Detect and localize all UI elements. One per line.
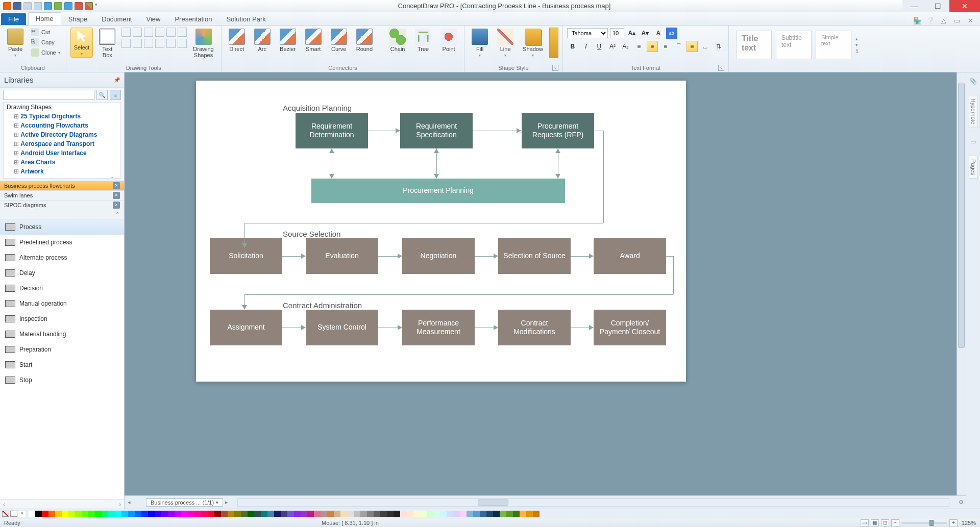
connector[interactable] (571, 328, 589, 328)
library-tree[interactable]: Drawing Shapes 25 Typical OrgchartsAccou… (3, 102, 121, 179)
save-icon[interactable] (13, 2, 21, 10)
collapse-ribbon-icon[interactable]: △ (939, 16, 948, 25)
color-swatch[interactable] (35, 511, 42, 517)
close-tab-icon[interactable]: × (113, 182, 120, 189)
close-doc-icon[interactable]: ✕ (966, 16, 975, 25)
tree-root[interactable]: Drawing Shapes (4, 103, 120, 112)
font-name-select[interactable]: Tahoma (567, 28, 608, 38)
color-swatch[interactable] (460, 511, 467, 517)
color-swatch[interactable] (427, 511, 433, 517)
shape-list-item[interactable]: Preparation (0, 342, 124, 357)
diagram-box-req-det[interactable]: Requirement Determination (296, 113, 368, 148)
connector[interactable] (378, 328, 398, 328)
connector[interactable] (244, 294, 673, 295)
undo-icon[interactable] (23, 2, 32, 10)
diagram-box-req-spec[interactable]: Requirement Specification (400, 113, 473, 148)
color-swatch[interactable] (440, 511, 447, 517)
color-swatch[interactable] (480, 511, 486, 517)
diagram-box-negot[interactable]: Negotiation (402, 238, 475, 274)
shape-list-item[interactable]: Start (0, 357, 124, 372)
zoom-out-button[interactable]: − (891, 519, 899, 526)
color-swatch[interactable] (228, 511, 234, 517)
connector[interactable] (475, 328, 494, 328)
textbox-button[interactable]: Text Box (96, 28, 118, 59)
color-swatch[interactable] (68, 511, 75, 517)
diagram-box-mods[interactable]: Contract Modifications (498, 310, 571, 345)
color-swatch[interactable] (340, 511, 347, 517)
align-top-button[interactable]: ⎴ (673, 41, 684, 52)
title-text-style[interactable]: Title text (736, 31, 772, 59)
color-swatch[interactable] (506, 511, 513, 517)
library-tab[interactable]: Business process flowcharts× (0, 181, 124, 190)
scrollbar-thumb[interactable] (478, 499, 508, 506)
shape-list[interactable]: ProcessPredefined processAlternate proce… (0, 219, 124, 499)
library-tab[interactable]: SIPOC diagrams× (0, 200, 124, 210)
gallery-more-icon[interactable]: ⊻ (855, 48, 859, 54)
config-icon[interactable]: ⚙ (959, 499, 964, 506)
color-swatch[interactable] (533, 511, 540, 517)
connector-arc-button[interactable]: Arc (251, 28, 274, 53)
tab-document[interactable]: Document (94, 13, 139, 25)
color-swatch[interactable] (407, 511, 413, 517)
shape-list-item[interactable]: Inspection (0, 311, 124, 327)
library-search-input[interactable] (3, 90, 94, 100)
hypernote-panel-tab[interactable]: Hypernote (969, 95, 978, 128)
tab-solution-park[interactable]: Solution Park (219, 13, 273, 25)
restore-window-icon[interactable]: ▭ (952, 16, 962, 25)
page[interactable]: Acquisition PlanningSource SelectionCont… (196, 81, 686, 382)
color-swatch[interactable] (135, 511, 141, 517)
color-swatch[interactable] (194, 511, 201, 517)
color-swatch[interactable] (354, 511, 360, 517)
diagram-box-sysctl[interactable]: System Control (306, 310, 378, 345)
color-swatch[interactable] (380, 511, 387, 517)
color-swatch[interactable] (75, 511, 82, 517)
align-bottom-button[interactable]: ⎵ (700, 41, 711, 52)
highlight-icon[interactable]: ab (666, 28, 677, 39)
connector-round-button[interactable]: Round (353, 28, 376, 53)
color-swatch[interactable] (360, 511, 367, 517)
connector-curve-button[interactable]: Curve (328, 28, 350, 53)
fill-button[interactable]: Fill▾ (469, 28, 491, 59)
color-swatch[interactable] (55, 511, 62, 517)
color-swatch[interactable] (387, 511, 394, 517)
connector[interactable] (571, 256, 589, 257)
color-swatch[interactable] (175, 511, 181, 517)
color-swatch[interactable] (413, 511, 420, 517)
italic-button[interactable]: I (580, 41, 592, 52)
app-icon[interactable] (3, 2, 11, 10)
color-swatch[interactable] (208, 511, 214, 517)
gallery-up-icon[interactable]: ▴ (855, 36, 859, 41)
color-swatch[interactable] (48, 511, 55, 517)
color-swatch[interactable] (520, 511, 526, 517)
diagram-box-proc-plan[interactable]: Procurement Planning (311, 179, 565, 203)
connector[interactable] (282, 328, 301, 328)
color-swatch[interactable] (321, 511, 327, 517)
scrollbar-thumb[interactable] (958, 83, 965, 348)
color-swatch[interactable] (287, 511, 294, 517)
page-tab[interactable]: Business process ... (1/1)▾ (146, 498, 223, 507)
library-tree-item[interactable]: Artwork (4, 167, 120, 176)
connector[interactable] (244, 223, 603, 223)
color-swatch[interactable] (486, 511, 493, 517)
diagram-box-proc-req[interactable]: Procurement Requests (RFP) (522, 113, 594, 148)
pages-panel-tab[interactable]: Pages (969, 156, 978, 179)
simple-text-style[interactable]: Simple text (816, 31, 851, 59)
color-swatch[interactable] (274, 511, 281, 517)
align-left-button[interactable]: ≡ (633, 41, 645, 52)
clip-icon[interactable]: 📎 (969, 78, 977, 85)
qat-dropdown-icon[interactable]: ▾ (95, 2, 103, 10)
library-view-icon[interactable]: ≡ (110, 90, 121, 100)
color-swatch[interactable] (500, 511, 506, 517)
shape-list-item[interactable]: Stop (0, 372, 124, 388)
connector[interactable] (244, 294, 245, 305)
view-mode-icon[interactable]: ▦ (871, 519, 879, 526)
tab-shape[interactable]: Shape (61, 13, 95, 25)
diagram-box-selsrc[interactable]: Selection of Source (498, 238, 571, 274)
connector[interactable] (603, 131, 604, 223)
color-swatch[interactable] (161, 511, 168, 517)
connector-direct-button[interactable]: Direct (226, 28, 248, 53)
zoom-in-button[interactable]: + (949, 519, 958, 526)
help-icon[interactable]: ❔ (926, 16, 935, 25)
color-swatch[interactable] (493, 511, 500, 517)
color-swatch[interactable] (29, 511, 35, 517)
